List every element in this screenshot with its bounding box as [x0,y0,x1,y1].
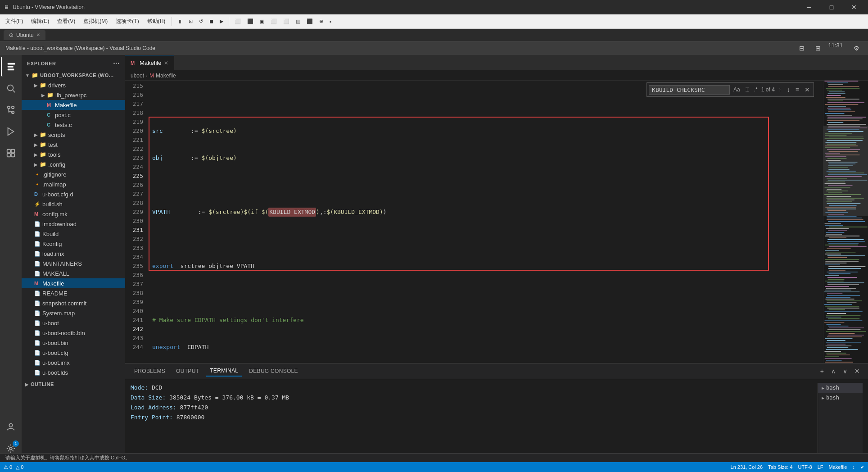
sidebar-item-snapshot-commit[interactable]: 📄 snapshot.commit [22,298,125,308]
sidebar-item-system-map[interactable]: 📄 System.map [22,308,125,318]
status-format[interactable]: ↕ [853,464,855,470]
find-dismiss-button[interactable]: ✕ [803,85,812,94]
code-content[interactable]: src := $(srctree) obj := $(objtree) VPAT… [149,81,823,363]
menu-edit[interactable]: 编辑(E) [27,17,53,26]
activity-source-control[interactable] [1,100,21,120]
sidebar-item-maintainers[interactable]: 📄 MAINTAINERS [22,259,125,268]
sidebar-item-build-sh[interactable]: ⚡ build.sh [22,199,125,209]
sidebar-item-config-mk[interactable]: M config.mk [22,209,125,219]
sidebar-item-lib-powerpc[interactable]: ▶ 📁 lib_powerpc [22,90,125,100]
status-cursor[interactable]: Ln 231, Col 26 [731,464,763,470]
panel-tab-debug[interactable]: DEBUG CONSOLE [245,366,302,376]
find-regex-btn[interactable]: .* [752,86,760,94]
vm-btn-2[interactable]: ↺ [196,18,206,25]
sidebar-item-config[interactable]: ▶ 📁 .config [22,159,125,169]
layout-toggle[interactable]: ⊟ [796,42,808,54]
activity-avatar[interactable] [1,417,21,437]
editor-tab-close[interactable]: ✕ [164,60,168,66]
panel-chevron-down[interactable]: ∨ [840,367,850,376]
maximize-button[interactable]: □ [821,0,842,14]
sidebar-item-makeall[interactable]: 📄 MAKEALL [22,268,125,278]
sidebar-item-readme[interactable]: 📄 README [22,288,125,298]
status-warnings[interactable]: △ 0 [16,464,23,470]
breadcrumb-uboot[interactable]: uboot [131,73,144,79]
menu-view[interactable]: 查看(V) [54,17,79,26]
menu-tab[interactable]: 选项卡(T) [112,17,142,26]
status-language[interactable]: Makefile [829,464,847,470]
vm-btn-9[interactable]: ⬜ [280,18,292,25]
sidebar-item-uboot-lds[interactable]: 📄 u-boot.lds [22,368,125,377]
ubuntu-tab-close[interactable]: ✕ [36,32,40,37]
panel-tab-problems[interactable]: PROBLEMS [131,366,169,376]
sidebar-item-uboot-cfg[interactable]: 📄 u-boot.cfg [22,348,125,358]
pause-button[interactable]: ⏸ [175,18,185,25]
sidebar-item-uboot-nodtb[interactable]: 📄 u-boot-nodtb.bin [22,328,125,338]
sidebar-item-kconfig[interactable]: 📄 Kconfig [22,239,125,249]
menu-help[interactable]: 帮助(H) [144,17,169,26]
sidebar-item-mailmap[interactable]: 🔸 .mailmap [22,179,125,189]
sidebar-item-kbuild[interactable]: 📄 Kbuild [22,229,125,239]
sidebar-toggle[interactable]: ⊞ [812,42,824,54]
activity-search[interactable] [1,78,21,98]
sidebar-item-makefile-root[interactable]: M Makefile [22,278,125,288]
code-editor[interactable]: Aa ⌶ .* 1 of 4 ↑ ↓ ≡ ✕ 215 216 217 218 2… [125,81,868,363]
activity-run[interactable] [1,122,21,141]
activity-explorer[interactable] [1,57,21,77]
panel-tab-terminal[interactable]: TERMINAL [206,366,242,377]
find-close-button[interactable]: ≡ [794,85,801,94]
vm-btn-12[interactable]: ⊕ [316,18,326,25]
sidebar-item-scripts[interactable]: ▶ 📁 scripts [22,130,125,140]
vm-btn-11[interactable]: ⬛ [304,18,316,25]
vm-btn-8[interactable]: ⬜ [268,18,280,25]
find-input[interactable] [649,85,730,95]
sidebar-item-post-c[interactable]: C post.c [22,110,125,120]
vm-btn-7[interactable]: ▣ [257,18,267,25]
sidebar-item-makefile-lib[interactable]: M Makefile [22,100,125,110]
status-line-ending[interactable]: LF [818,464,823,470]
find-next-button[interactable]: ↓ [785,85,792,94]
sidebar-item-imxdownload[interactable]: 📄 imxdownload [22,219,125,229]
sidebar-more-button[interactable]: ··· [113,59,120,68]
vm-btn-6[interactable]: ⬛ [244,18,256,25]
ubuntu-tab[interactable]: ⊙ Ubuntu ✕ [4,30,45,40]
vm-btn-13[interactable]: ▪ [327,18,334,25]
workspace-root[interactable]: ▼ 📁 UBOOT_WORKSPACE (WO... [22,70,125,80]
vm-btn-5[interactable]: ⬜ [232,18,244,25]
sidebar-item-gitignore[interactable]: 🔸 .gitignore [22,169,125,179]
minimap[interactable] [823,81,868,363]
panel-tab-output[interactable]: OUTPUT [172,366,203,376]
bash-tab-1[interactable]: ▶ bash [818,383,863,393]
vm-btn-10[interactable]: ▥ [293,18,303,25]
sidebar-item-uboot[interactable]: 📄 u-boot [22,318,125,328]
sidebar-item-drivers[interactable]: ▶ 📁 drivers [22,80,125,90]
sidebar-item-load-imx[interactable]: 📄 load.imx [22,249,125,259]
panel-add-button[interactable]: + [818,367,827,376]
status-tab-size[interactable]: Tab Size: 4 [768,464,792,470]
settings-icon[interactable]: ⚙ [850,42,863,54]
panel-close-button[interactable]: ✕ [852,367,863,376]
find-case-btn[interactable]: Aa [732,86,742,94]
bash-tab-2[interactable]: ▶ bash [818,393,863,403]
sidebar-item-tests-c[interactable]: C tests.c [22,120,125,130]
sidebar-item-test[interactable]: ▶ 📁 test [22,140,125,150]
breadcrumb-makefile[interactable]: Makefile [156,73,176,79]
minimize-button[interactable]: ─ [799,0,819,14]
sidebar-item-tools[interactable]: ▶ 📁 tools [22,150,125,159]
status-errors[interactable]: ⚠ 0 [4,464,12,470]
sidebar-item-uboot-bin[interactable]: 📄 u-boot.bin [22,338,125,348]
menu-file[interactable]: 文件(F) [2,17,27,26]
outline-section[interactable]: ▶ OUTLINE [22,379,125,389]
status-encoding[interactable]: UTF-8 [798,464,812,470]
editor-tab-makefile[interactable]: M Makefile ✕ [125,55,174,71]
vm-btn-4[interactable]: ▶ [217,18,226,25]
vm-btn-3[interactable]: ◼ [207,18,216,25]
menu-vm[interactable]: 虚拟机(M) [80,17,111,26]
status-sync[interactable]: ✔ [860,464,864,470]
panel-chevron-up[interactable]: ∧ [828,367,838,376]
close-button[interactable]: ✕ [844,0,864,14]
vm-btn-1[interactable]: ⊡ [186,18,195,25]
sidebar-item-uboot-cfg-d[interactable]: D u-boot.cfg.d [22,189,125,199]
activity-extensions[interactable] [1,143,21,163]
find-prev-button[interactable]: ↑ [777,85,783,94]
find-word-btn[interactable]: ⌶ [744,86,750,94]
